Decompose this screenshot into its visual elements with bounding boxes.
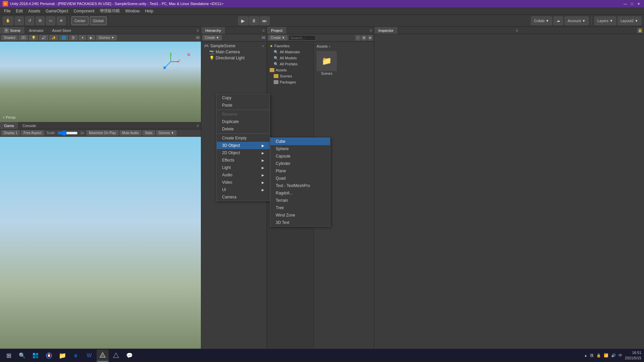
ctx-video[interactable]: Video ▶ — [217, 179, 270, 186]
scene-light-btn[interactable]: 💡 — [29, 35, 38, 40]
mute-btn[interactable]: Mute Audio — [120, 130, 141, 135]
tab-hierarchy[interactable]: Hierarchy — [201, 27, 225, 34]
ctx-camera[interactable]: Camera — [217, 193, 270, 201]
layout-button[interactable]: Layout2 ▼ — [618, 16, 641, 25]
pause-button[interactable]: ⏸ — [249, 16, 259, 25]
scene-audio-btn[interactable]: 🔊 — [39, 35, 48, 40]
stats-btn[interactable]: Stats — [143, 130, 155, 135]
start-button[interactable]: ⊞ — [3, 350, 15, 362]
menu-help[interactable]: Help — [142, 8, 156, 14]
menu-component[interactable]: Component — [71, 8, 97, 14]
inspector-collapse[interactable]: ≡ — [514, 27, 520, 34]
2d-btn[interactable]: 2D — [19, 35, 28, 40]
tool-rect[interactable]: ▭ — [46, 16, 55, 25]
close-button[interactable]: ✕ — [636, 1, 641, 6]
all-models[interactable]: 🔍 All Models — [267, 55, 314, 61]
account-button[interactable]: Account ▼ — [565, 16, 589, 25]
menu-edit[interactable]: Edit — [13, 8, 25, 14]
wechat-taskbar-icon[interactable]: 💬 — [123, 350, 136, 362]
systray-volume[interactable]: 🔊 — [611, 353, 616, 358]
collab-button[interactable]: Collab ▼ — [531, 16, 552, 25]
task-manager-icon[interactable] — [30, 350, 42, 362]
center-button[interactable]: Center — [71, 16, 89, 25]
unity-taskbar-icon[interactable] — [97, 350, 109, 362]
project-create-btn[interactable]: Create ▼ — [268, 35, 287, 40]
sub-ctx-windzone[interactable]: Wind Zone — [270, 212, 330, 219]
hierarchy-collapse[interactable]: ≡ — [260, 27, 267, 34]
chrome-icon[interactable] — [43, 350, 55, 362]
tool-transform[interactable]: ⊕ — [57, 16, 66, 25]
folder-icon[interactable]: 📁 — [56, 350, 68, 362]
game-view[interactable] — [0, 137, 201, 349]
gizmos-btn[interactable]: Gizmos ▼ — [96, 35, 117, 40]
game-gizmos-btn[interactable]: Gizmos ▼ — [156, 130, 177, 135]
ctx-create-empty[interactable]: Create Empty — [217, 134, 270, 142]
tab-inspector[interactable]: Inspector — [374, 27, 398, 34]
systray-ime[interactable]: 中 — [619, 353, 622, 358]
tab-game[interactable]: Game — [0, 122, 18, 129]
sub-ctx-cube[interactable]: Cube — [270, 138, 330, 145]
taskbar-clock[interactable]: 16:51 2021/5/15 — [625, 350, 641, 361]
sub-ctx-plane[interactable]: Plane — [270, 167, 330, 175]
ctx-delete[interactable]: Delete — [217, 125, 270, 133]
menu-window[interactable]: Window — [122, 8, 142, 14]
sub-ctx-cylinder[interactable]: Cylinder — [270, 160, 330, 167]
project-btn2[interactable]: ⊞ — [361, 35, 367, 41]
edge-icon[interactable]: e — [70, 350, 82, 362]
sub-ctx-capsule[interactable]: Capsule — [270, 153, 330, 160]
project-search[interactable] — [289, 35, 316, 41]
project-btn1[interactable]: ↑ — [355, 35, 361, 41]
hierarchy-create-btn[interactable]: Create ▼ — [203, 35, 222, 40]
maximize-btn[interactable]: Maximize On Play — [87, 130, 118, 135]
global-button[interactable]: Global — [90, 16, 107, 25]
hierarchy-main-camera[interactable]: 📷 Main Camera — [201, 49, 267, 55]
assets-header[interactable]: Assets — [267, 67, 314, 73]
scene-gizmo[interactable]: X Y Z — [161, 52, 181, 72]
packages-folder[interactable]: Packages — [267, 79, 314, 85]
search-button[interactable]: 🔍 — [16, 350, 28, 362]
maximize-button[interactable]: □ — [629, 1, 635, 6]
all-prefabs[interactable]: 🔍 All Prefabs — [267, 61, 314, 67]
sub-ctx-quad[interactable]: Quad — [270, 175, 330, 182]
game-panel-collapse[interactable]: ≡ — [195, 122, 201, 129]
scene-settings-icon[interactable]: ≡ — [262, 44, 264, 48]
tool-hand[interactable]: ✋ — [3, 16, 13, 25]
systray-wifi[interactable]: 📶 — [604, 353, 608, 358]
hierarchy-scene[interactable]: 🎮 SampleScene ≡ — [201, 43, 267, 49]
systray-weixin[interactable]: 微 — [590, 353, 594, 358]
hierarchy-directional-light[interactable]: 💡 Directional Light — [201, 55, 267, 61]
ctx-ui[interactable]: UI ▶ — [217, 186, 270, 193]
tool-move[interactable]: ✛ — [15, 16, 24, 25]
unity2-taskbar-icon[interactable] — [110, 350, 122, 362]
tool-rotate[interactable]: ↺ — [25, 16, 34, 25]
scene-view[interactable]: X Y Z ✕ < Persp — [0, 42, 201, 122]
all-materials[interactable]: 🔍 All Materials — [267, 49, 314, 55]
ctx-copy[interactable]: Copy — [217, 94, 270, 102]
word-icon[interactable]: W — [83, 350, 95, 362]
sub-ctx-ragdoll[interactable]: Ragdoll... — [270, 189, 330, 197]
tab-project[interactable]: Project — [267, 27, 287, 34]
gizmo-close[interactable]: ✕ — [186, 52, 191, 58]
systray-arrow[interactable]: ▲ — [584, 354, 587, 357]
project-collapse[interactable]: ≡ — [368, 27, 374, 34]
scene-sky-btn[interactable]: 🌐 — [59, 35, 68, 40]
tab-console[interactable]: Console — [18, 122, 40, 129]
menu-gameobject[interactable]: GameObject — [43, 8, 71, 14]
tab-animator[interactable]: Animator — [25, 27, 48, 34]
scenes-folder[interactable]: Scenes — [267, 73, 314, 79]
shaded-btn[interactable]: Shaded — [1, 35, 17, 40]
ctx-paste[interactable]: Paste — [217, 102, 270, 109]
ctx-effects[interactable]: Effects ▶ — [217, 157, 270, 164]
menu-file[interactable]: File — [1, 8, 13, 14]
tool-scale[interactable]: ⊞ — [36, 16, 45, 25]
menu-assets[interactable]: Assets — [25, 8, 43, 14]
systray-security[interactable]: 🔒 — [596, 353, 601, 358]
scene-fx-btn[interactable]: ✨ — [49, 35, 58, 40]
sub-ctx-terrain[interactable]: Terrain — [270, 197, 330, 204]
aspect-btn[interactable]: Free Aspect — [21, 130, 44, 135]
scene-flare-btn[interactable]: ✦ — [79, 35, 86, 40]
scale-slider[interactable] — [58, 131, 78, 135]
sub-ctx-sphere[interactable]: Sphere — [270, 145, 330, 153]
panel-collapse-btn[interactable]: ≡ — [195, 27, 201, 34]
step-button[interactable]: ⏭ — [260, 16, 270, 25]
